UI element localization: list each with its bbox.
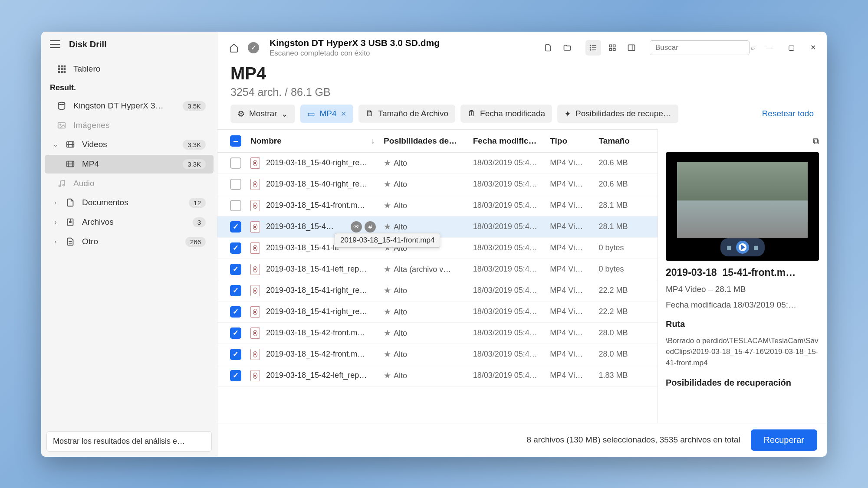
close-icon[interactable]: ✕	[341, 110, 346, 118]
scan-status-icon: ✓	[248, 42, 259, 53]
recovery-chance: Alto	[394, 180, 407, 189]
filter-recovery[interactable]: ✦ Posibilidades de recupe…	[557, 105, 678, 123]
column-size[interactable]: Tamaño	[598, 136, 651, 146]
file-size: 28.1 MB	[598, 222, 651, 231]
sidebar-footer: Mostrar los resultados del análisis e…	[41, 426, 217, 457]
home-button[interactable]	[226, 40, 242, 56]
filter-modified[interactable]: 🗓 Fecha modificada	[460, 105, 552, 123]
hex-icon[interactable]: #	[365, 221, 376, 233]
filter-show[interactable]: ⚙ Mostrar ⌄	[230, 105, 295, 123]
search-box[interactable]: ⌕	[650, 40, 750, 55]
grid-view-button[interactable]	[605, 40, 620, 56]
file-type: MP4 Vi…	[550, 350, 598, 359]
minimize-button[interactable]: —	[764, 43, 775, 53]
play-button[interactable]	[736, 241, 749, 254]
sidebar-item-dashboard[interactable]: Tablero	[45, 60, 214, 78]
hamburger-icon[interactable]	[50, 40, 60, 48]
sidebar-section-result: Result.	[41, 79, 217, 96]
table-row[interactable]: 2019-03-18_15-40-right_re…★Alto18/03/201…	[217, 153, 658, 174]
maximize-button[interactable]: ▢	[786, 43, 796, 53]
preview-path-title: Ruta	[666, 319, 819, 329]
sidebar-item-videos[interactable]: ⌄ Videos 3.3K	[45, 135, 214, 154]
filter-filesize[interactable]: 🗎 Tamaño de Archivo	[358, 105, 455, 123]
select-all-checkbox[interactable]	[230, 135, 241, 147]
filter-mp4[interactable]: ▭ MP4 ✕	[300, 105, 353, 123]
file-view-button[interactable]	[540, 40, 556, 56]
chevron-right-icon: ›	[53, 219, 59, 226]
file-date: 18/03/2019 05:4…	[473, 265, 550, 274]
close-button[interactable]: ✕	[808, 43, 818, 53]
audio-icon	[57, 179, 66, 188]
svg-point-21	[63, 184, 65, 186]
sidebar-item-label: Imágenes	[73, 121, 109, 130]
prev-frame-button[interactable]: ◼	[727, 244, 732, 251]
table-row[interactable]: 2019-03-18_15-42-front.m…★Alto18/03/2019…	[217, 344, 658, 365]
row-checkbox[interactable]	[230, 306, 241, 318]
row-checkbox[interactable]	[230, 285, 241, 296]
sidebar-item-documents[interactable]: › Documentos 12	[45, 193, 214, 212]
count-badge: 12	[189, 198, 206, 208]
row-checkbox[interactable]	[230, 242, 241, 254]
preview-recov-title: Posibilidades de recuperación	[666, 378, 819, 388]
sidebar-item-mp4[interactable]: MP4 3.3K	[45, 155, 214, 174]
row-checkbox[interactable]	[230, 221, 241, 233]
table-row[interactable]: 2019-03-18_15-41-front.m…★Alto18/03/2019…	[217, 195, 658, 216]
topbar: ✓ Kingston DT HyperX 3 USB 3.0 SD.dmg Es…	[217, 32, 827, 64]
sidebar-item-disk[interactable]: Kingston DT HyperX 3… 3.5K	[45, 97, 214, 115]
folder-view-button[interactable]	[559, 40, 575, 56]
list-view-button[interactable]	[585, 40, 601, 56]
sidebar-item-audio[interactable]: Audio	[45, 174, 214, 193]
next-frame-button[interactable]: ◼	[753, 244, 759, 251]
panel-view-button[interactable]	[624, 40, 639, 56]
open-external-button[interactable]: ⧉	[813, 136, 819, 146]
split-pane: Nombre↓ Posibilidades de… Fecha modific……	[217, 129, 827, 423]
table-row[interactable]: 2019-03-18_15-40-right_re…★Alto18/03/201…	[217, 174, 658, 195]
table-row[interactable]: 2019-03-18_15-42-left_rep…★Alto18/03/201…	[217, 365, 658, 386]
preview-icon[interactable]: 👁	[351, 221, 362, 233]
file-date: 18/03/2019 05:4…	[473, 180, 550, 189]
column-date[interactable]: Fecha modific…	[473, 136, 550, 146]
row-checkbox[interactable]	[230, 370, 241, 381]
show-results-button[interactable]: Mostrar los resultados del análisis e…	[46, 431, 212, 452]
recovery-chance: Alto	[394, 329, 407, 337]
preview-media[interactable]: ◼ ◼	[666, 152, 819, 261]
sidebar-item-archives[interactable]: › Archivos 3	[45, 213, 214, 232]
table-body[interactable]: 2019-03-18_15-40-right_re…★Alto18/03/201…	[217, 153, 658, 423]
table-row[interactable]: 2019-03-18_15-4…👁#★Alto18/03/2019 05:4…M…	[217, 216, 658, 238]
row-checkbox[interactable]	[230, 157, 241, 169]
search-input[interactable]	[655, 43, 747, 52]
column-name[interactable]: Nombre↓	[248, 136, 380, 146]
row-checkbox[interactable]	[230, 349, 241, 360]
reset-filters-link[interactable]: Resetear todo	[762, 109, 814, 118]
recovery-chance: Alto	[394, 350, 407, 359]
status-text: 8 archivos (130 MB) seleccionados, 3535 …	[526, 435, 740, 445]
file-type: MP4 Vi…	[550, 222, 598, 231]
sidebar-item-label: Audio	[73, 179, 95, 188]
sort-arrow-icon: ↓	[371, 136, 375, 146]
table-row[interactable]: 2019-03-18_15-41-left_rep…★Alta (archivo…	[217, 259, 658, 280]
column-type[interactable]: Tipo	[550, 136, 598, 146]
svg-rect-35	[609, 48, 612, 50]
scan-title: Kingston DT HyperX 3 USB 3.0 SD.dmg	[270, 38, 534, 48]
column-recovery[interactable]: Posibilidades de…	[380, 136, 473, 146]
recover-button[interactable]: Recuperar	[751, 429, 817, 451]
row-checkbox[interactable]	[230, 200, 241, 211]
star-icon: ★	[384, 350, 391, 359]
star-icon: ★	[384, 371, 391, 380]
file-name: 2019-03-18_15-41-left_rep…	[266, 265, 367, 274]
count-badge: 3.5K	[183, 101, 206, 111]
row-checkbox[interactable]	[230, 179, 241, 190]
sidebar-item-images[interactable]: Imágenes	[45, 116, 214, 134]
file-type: MP4 Vi…	[550, 371, 598, 380]
chevron-right-icon: ›	[53, 199, 59, 206]
star-icon: ★	[384, 222, 391, 231]
sidebar-item-other[interactable]: › Otro 266	[45, 233, 214, 251]
file-size: 1.83 MB	[598, 371, 651, 380]
svg-rect-2	[64, 65, 66, 67]
table-row[interactable]: 2019-03-18_15-41-right_re…★Alto18/03/201…	[217, 280, 658, 301]
table-row[interactable]: 2019-03-18_15-42-front.m…★Alto18/03/2019…	[217, 323, 658, 344]
svg-rect-5	[64, 68, 66, 70]
row-checkbox[interactable]	[230, 264, 241, 275]
row-checkbox[interactable]	[230, 328, 241, 339]
table-row[interactable]: 2019-03-18_15-41-right_re…★Alto18/03/201…	[217, 301, 658, 323]
